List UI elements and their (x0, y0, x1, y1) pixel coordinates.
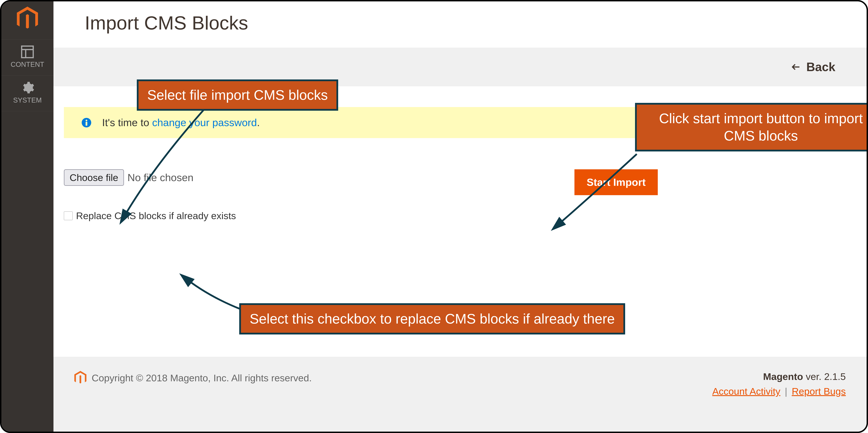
magento-version: Magento ver. 2.1.5 (712, 371, 846, 382)
notice-suffix: . (257, 117, 260, 128)
account-activity-link[interactable]: Account Activity (712, 386, 780, 397)
annotation-replace-checkbox: Select this checkbox to replace CMS bloc… (239, 303, 625, 334)
annotation-start-import: Click start import button to import CMS … (635, 103, 867, 152)
arrow-left-icon (791, 62, 801, 72)
content-icon (21, 45, 34, 59)
brand-name: Magento (763, 371, 803, 382)
app-frame: CONTENT SYSTEM Import CMS Blocks Back (0, 0, 868, 433)
page-footer: Copyright © 2018 Magento, Inc. All right… (54, 357, 867, 432)
copyright-text: Copyright © 2018 Magento, Inc. All right… (92, 372, 312, 384)
main-content: Import CMS Blocks Back It's time to chan… (54, 1, 867, 432)
sidebar-item-system[interactable]: SYSTEM (1, 75, 54, 111)
annotation-select-file: Select file import CMS blocks (137, 79, 338, 111)
magento-logo-icon[interactable] (13, 5, 41, 33)
notice-text: It's time to change your password. (102, 116, 260, 129)
replace-checkbox-row[interactable]: Replace CMS blocks if already exists (64, 210, 236, 221)
sidebar-item-label: CONTENT (10, 61, 44, 68)
magento-logo-small-icon (74, 371, 87, 385)
gear-icon (21, 81, 34, 95)
page-title: Import CMS Blocks (54, 1, 867, 48)
report-bugs-link[interactable]: Report Bugs (792, 386, 846, 397)
svg-rect-0 (22, 46, 33, 58)
replace-checkbox-label: Replace CMS blocks if already exists (76, 210, 236, 221)
import-form: Choose file No file chosen Replace CMS b… (54, 148, 867, 232)
notice-prefix: It's time to (102, 117, 152, 128)
svg-rect-5 (86, 122, 87, 126)
replace-checkbox[interactable] (64, 211, 72, 220)
start-import-button[interactable]: Start Import (575, 169, 658, 195)
back-button-label: Back (806, 60, 835, 74)
change-password-link[interactable]: change your password (152, 117, 257, 128)
version-text: ver. 2.1.5 (803, 371, 846, 382)
svg-point-4 (86, 120, 87, 121)
file-chosen-status: No file chosen (127, 172, 193, 184)
sidebar-item-content[interactable]: CONTENT (1, 39, 54, 75)
sidebar-item-label: SYSTEM (13, 96, 42, 104)
info-icon (81, 118, 92, 128)
choose-file-button[interactable]: Choose file (64, 169, 124, 186)
footer-separator: | (785, 386, 787, 397)
back-button[interactable]: Back (791, 60, 835, 74)
admin-sidebar: CONTENT SYSTEM (1, 1, 54, 432)
